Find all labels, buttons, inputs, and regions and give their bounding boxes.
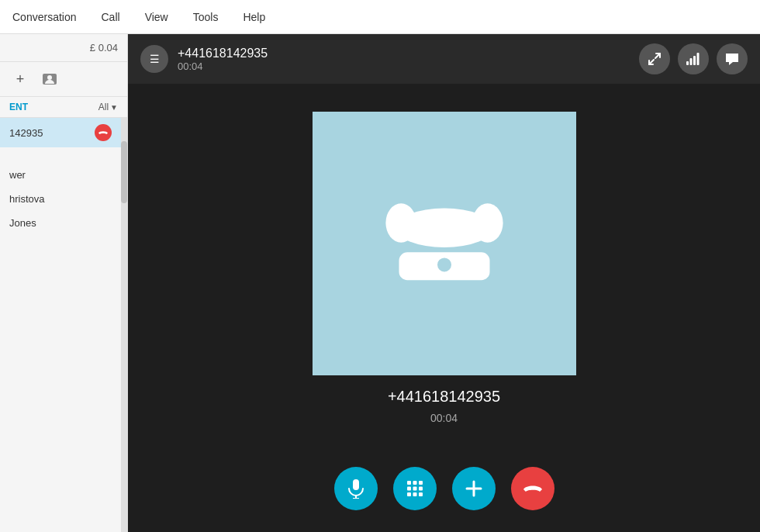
phone-icon (375, 181, 514, 306)
contacts-area: 142935 wer hristova Jones (0, 118, 127, 532)
list-item[interactable]: wer (0, 163, 121, 187)
phone-avatar (313, 112, 576, 375)
add-call-button[interactable] (452, 467, 496, 510)
svg-rect-17 (407, 487, 411, 491)
svg-rect-14 (407, 481, 411, 485)
menu-call[interactable]: Call (97, 8, 125, 26)
sidebar-filter: ENT All ▼ (0, 97, 127, 118)
sidebar-scrollbar[interactable] (121, 118, 127, 532)
end-call-icon (523, 483, 543, 494)
chat-button[interactable] (717, 43, 748, 74)
list-icon: ☰ (150, 53, 160, 65)
svg-rect-16 (419, 481, 423, 485)
call-header: ☰ +441618142935 00:04 (128, 34, 760, 84)
add-contact-button[interactable]: + (9, 68, 31, 90)
chevron-down-icon: ▼ (110, 103, 118, 112)
end-call-button[interactable] (511, 467, 554, 510)
main-layout: £ 0.04 + ENT All ▼ 14 (0, 34, 760, 532)
call-number: +441618142935 (178, 47, 268, 60)
svg-rect-3 (690, 58, 693, 65)
active-contact-name: 142935 (9, 127, 43, 139)
menu-tools[interactable]: Tools (188, 8, 223, 26)
svg-rect-11 (353, 479, 359, 490)
dialpad-icon (406, 480, 423, 497)
contacts-icon[interactable] (39, 68, 60, 90)
scroll-thumb[interactable] (121, 141, 127, 203)
svg-rect-22 (419, 492, 423, 496)
list-item[interactable]: hristova (0, 187, 121, 211)
svg-rect-18 (413, 487, 416, 491)
call-center: +441618142935 00:04 (128, 84, 760, 451)
expand-button[interactable] (639, 43, 670, 74)
list-item[interactable]: Jones (0, 211, 121, 235)
svg-point-7 (385, 203, 416, 242)
dialpad-button[interactable] (393, 467, 437, 510)
svg-rect-4 (693, 56, 696, 65)
active-contact[interactable]: 142935 (0, 118, 121, 147)
menu-help[interactable]: Help (238, 8, 270, 26)
call-header-left: ☰ +441618142935 00:04 (140, 45, 268, 73)
svg-rect-2 (686, 61, 689, 65)
svg-point-8 (472, 203, 503, 242)
sidebar-actions: + (0, 62, 127, 97)
svg-rect-20 (407, 492, 411, 496)
end-call-mini-button[interactable] (95, 124, 112, 141)
svg-rect-21 (413, 492, 416, 496)
balance-display: £ 0.04 (0, 34, 127, 62)
svg-rect-15 (413, 481, 416, 485)
center-timer: 00:04 (430, 412, 458, 424)
svg-rect-5 (697, 53, 700, 65)
mute-button[interactable] (334, 467, 378, 510)
center-number: +441618142935 (388, 388, 500, 406)
contacts-list: 142935 wer hristova Jones (0, 118, 121, 532)
menu-view[interactable]: View (140, 8, 173, 26)
call-area: ☰ +441618142935 00:04 (128, 34, 760, 532)
call-controls (128, 451, 760, 532)
call-list-button[interactable]: ☰ (140, 45, 168, 73)
sidebar: £ 0.04 + ENT All ▼ 14 (0, 34, 128, 532)
call-header-right (639, 43, 748, 74)
svg-point-10 (437, 257, 451, 271)
svg-rect-19 (419, 487, 423, 491)
svg-point-1 (47, 75, 52, 80)
menu-conversation[interactable]: Conversation (8, 8, 81, 26)
call-info: +441618142935 00:04 (178, 47, 268, 72)
filter-dropdown[interactable]: All ▼ (98, 102, 118, 112)
menu-bar: Conversation Call View Tools Help (0, 0, 760, 34)
signal-button[interactable] (678, 43, 709, 74)
add-icon (465, 480, 482, 497)
contact-spacer (0, 147, 121, 163)
filter-label: ENT (9, 102, 28, 112)
mic-icon (347, 478, 364, 499)
call-header-timer: 00:04 (178, 60, 268, 72)
